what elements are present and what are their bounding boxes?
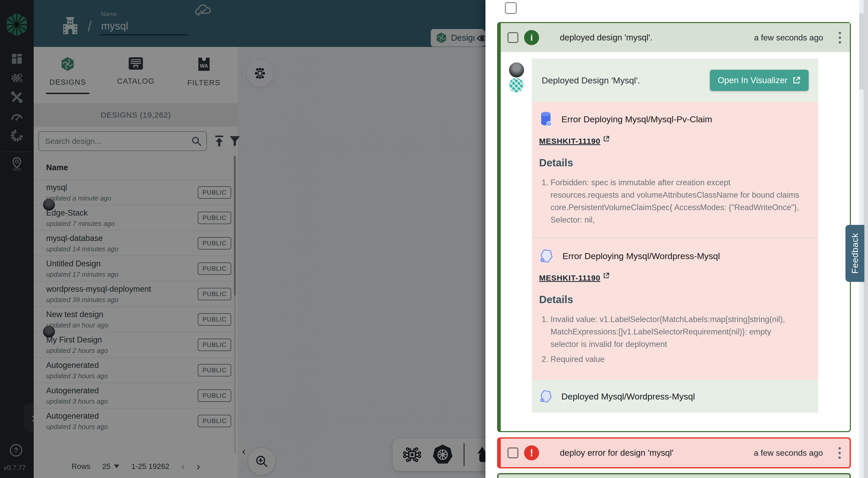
wordpress-pentagon-icon xyxy=(539,389,553,404)
feedback-tab[interactable]: Feedback xyxy=(845,225,864,282)
external-link-icon xyxy=(603,272,610,279)
feedback-label: Feedback xyxy=(850,233,860,274)
section-divider xyxy=(532,237,818,238)
external-link-icon xyxy=(603,135,610,142)
notification-checkbox[interactable] xyxy=(507,447,518,458)
open-in-visualizer-label: Open In Visualizer xyxy=(718,75,787,85)
notification-timestamp: a few seconds ago xyxy=(754,448,823,458)
deploy-summary-text: Deployed Design 'Mysql'. xyxy=(542,75,640,86)
meshkit-error-link[interactable]: MESHKIT-11190 xyxy=(539,137,600,146)
notification-center-drawer: i deployed design 'mysql'. a few seconds… xyxy=(486,0,868,478)
error-items-list: Invalid value: v1.LabelSelector{MatchLab… xyxy=(539,313,801,365)
notification-title: deploy error for design 'mysql' xyxy=(560,448,748,458)
error-details-section: ? Error Deploying Mysql/Mysql-Pv-Claim M… xyxy=(532,102,818,380)
notification-card-partial[interactable] xyxy=(497,473,851,478)
deploy-summary-strip: Deployed Design 'Mysql'. Open In Visuali… xyxy=(532,59,818,102)
deployed-component-text: Deployed Mysql/Wordpress-Mysql xyxy=(561,391,695,402)
kebab-menu-icon[interactable] xyxy=(838,31,842,44)
notification-header: i deployed design 'mysql'. a few seconds… xyxy=(501,23,850,52)
error-items-list: Forbidden: spec is immutable after creat… xyxy=(539,177,801,226)
user-avatar xyxy=(509,62,524,77)
open-in-visualizer-button[interactable]: Open In Visualizer xyxy=(710,70,809,91)
kebab-menu-icon[interactable] xyxy=(837,446,842,460)
error-icon: ! xyxy=(524,445,539,460)
error-title: Error Deploying Mysql/Wordpress-Mysql xyxy=(562,251,720,261)
notification-card-success[interactable]: i deployed design 'mysql'. a few seconds… xyxy=(497,22,851,432)
notification-checkbox[interactable] xyxy=(507,32,518,43)
pvc-database-icon: ? xyxy=(539,111,553,127)
meshkit-error-link[interactable]: MESHKIT-11190 xyxy=(539,274,600,282)
deployed-component-strip: Deployed Mysql/Wordpress-Mysql xyxy=(532,380,818,413)
notification-body: Deployed Design 'Mysql'. Open In Visuali… xyxy=(501,52,850,413)
notification-card-error[interactable]: ! deploy error for design 'mysql' a few … xyxy=(497,437,851,469)
select-all-checkbox[interactable] xyxy=(505,2,517,14)
wordpress-pentagon-icon xyxy=(539,248,554,264)
meshery-pattern-badge xyxy=(509,78,524,93)
external-link-icon xyxy=(792,76,801,85)
details-heading: Details xyxy=(539,157,795,169)
meshery-app: › ? v0.7.77 xyxy=(0,0,868,478)
notification-title: deployed design 'mysql'. xyxy=(560,33,748,42)
info-icon: i xyxy=(524,30,539,45)
modal-backdrop[interactable] xyxy=(0,0,486,478)
notification-timestamp: a few seconds ago xyxy=(754,33,823,42)
error-title: Error Deploying Mysql/Mysql-Pv-Claim xyxy=(561,114,712,124)
svg-text:?: ? xyxy=(548,122,550,126)
error-item: Invalid value: v1.LabelSelector{MatchLab… xyxy=(551,313,801,351)
details-heading: Details xyxy=(539,294,795,306)
scrollbar-thumb[interactable] xyxy=(859,13,864,89)
actor-avatar-column xyxy=(509,62,525,93)
error-item: Forbidden: spec is immutable after creat… xyxy=(551,177,801,226)
error-item: Required value xyxy=(551,353,801,365)
